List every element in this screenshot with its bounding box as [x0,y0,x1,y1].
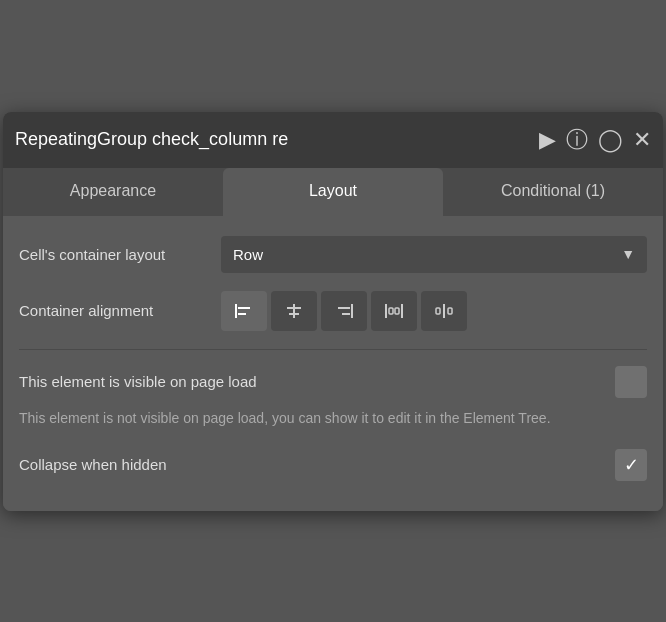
panel: RepeatingGroup check_column re ▶ ⓘ ◯ ✕ A… [3,112,663,511]
container-layout-label: Cell's container layout [19,246,209,263]
checkmark-icon: ✓ [624,454,639,476]
layout-content: Cell's container layout Row ▼ Container … [3,216,663,511]
visibility-toggle-row: This element is visible on page load [19,366,647,398]
collapse-toggle-row: Collapse when hidden ✓ [19,449,647,481]
chat-icon[interactable]: ◯ [598,129,623,151]
alignment-buttons-group [221,291,467,331]
container-layout-value: Row [233,246,263,263]
svg-rect-14 [436,308,440,314]
visibility-hint: This element is not visible on page load… [19,408,647,429]
collapse-label: Collapse when hidden [19,456,167,473]
svg-rect-11 [389,308,393,314]
visibility-checkbox[interactable] [615,366,647,398]
tabs-bar: Appearance Layout Conditional (1) [3,168,663,216]
close-icon[interactable]: ✕ [633,129,651,151]
container-layout-row: Cell's container layout Row ▼ [19,236,647,273]
panel-title: RepeatingGroup check_column re [15,129,529,150]
title-icons: ▶ ⓘ ◯ ✕ [539,129,651,151]
tab-layout[interactable]: Layout [223,168,443,216]
collapse-checkbox[interactable]: ✓ [615,449,647,481]
container-alignment-label: Container alignment [19,302,209,319]
tab-appearance[interactable]: Appearance [3,168,223,216]
align-right-button[interactable] [321,291,367,331]
svg-rect-15 [448,308,452,314]
svg-rect-12 [395,308,399,314]
container-layout-dropdown[interactable]: Row ▼ [221,236,647,273]
align-justify-button[interactable] [371,291,417,331]
align-center-h-button[interactable] [271,291,317,331]
title-bar: RepeatingGroup check_column re ▶ ⓘ ◯ ✕ [3,112,663,168]
align-spread-button[interactable] [421,291,467,331]
align-left-button[interactable] [221,291,267,331]
info-icon[interactable]: ⓘ [566,129,588,151]
dropdown-arrow-icon: ▼ [621,246,635,262]
divider [19,349,647,350]
container-alignment-row: Container alignment [19,291,647,331]
visibility-label: This element is visible on page load [19,373,257,390]
play-icon[interactable]: ▶ [539,129,556,151]
tab-conditional[interactable]: Conditional (1) [443,168,663,216]
